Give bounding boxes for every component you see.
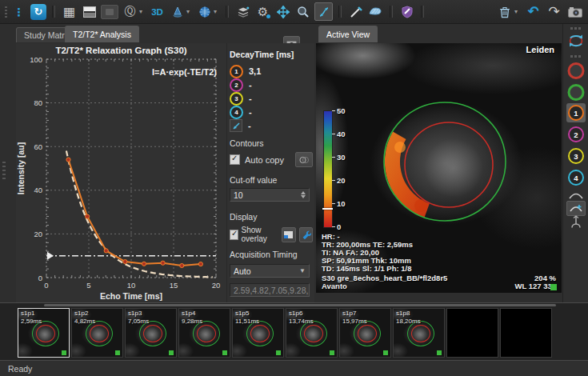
stretch-interact-icon[interactable] <box>314 2 333 21</box>
marker-3-button[interactable]: 3 <box>568 148 584 164</box>
sidebar-grip[interactable] <box>570 55 582 58</box>
thumbnail-empty[interactable] <box>446 308 498 358</box>
pointer-cone-icon[interactable] <box>169 3 186 20</box>
fit-curve <box>66 150 213 277</box>
undo-icon[interactable]: ↶ <box>525 3 542 20</box>
draw-contour-icon[interactable] <box>367 3 384 20</box>
redo-icon[interactable]: ↷ <box>546 3 562 20</box>
decay-row-slope[interactable]: - <box>230 119 251 132</box>
overlay-settings-button[interactable] <box>299 227 313 242</box>
marker-4-button[interactable]: 4 <box>568 170 584 186</box>
matrix-view-icon[interactable]: ▦ <box>61 3 78 20</box>
flip-view-icon[interactable] <box>567 33 585 50</box>
marker-2-button[interactable]: 2 <box>568 126 584 142</box>
thumbnail-s1p2[interactable]: s1p24,82ms <box>71 308 123 358</box>
thumb-echo-time: 15,97ms <box>342 318 367 325</box>
epicardial-contour-button[interactable] <box>568 84 585 101</box>
endocardial-contour-button[interactable] <box>568 62 585 79</box>
thumbnail-s1p7[interactable]: s1p715,97ms <box>339 308 391 358</box>
cutoff-spin-arrows[interactable] <box>301 191 306 198</box>
colorbar-tick <box>332 203 335 204</box>
thumb-status-indicator <box>115 350 120 355</box>
scan-info-block: HR: - TR: 200,00ms TE: 2,59ms TI: NA FA:… <box>322 233 413 273</box>
arc-tool-icon[interactable] <box>568 190 584 201</box>
data-point <box>123 260 127 264</box>
snapshot-icon[interactable] <box>566 3 583 20</box>
auto-copy-checkbox[interactable] <box>230 154 240 165</box>
relaxation-chart[interactable]: 05101520020406080100Echo Time [ms]Intens… <box>16 43 226 302</box>
thumb-status-indicator <box>169 350 174 355</box>
marker-3-icon: 3 <box>568 148 584 164</box>
rotate-globe-dropdown-caret[interactable]: ▾ <box>214 8 220 15</box>
toolbar-grip[interactable] <box>5 6 7 18</box>
apex-base-tool-icon[interactable] <box>570 215 582 230</box>
delete-icon[interactable] <box>496 3 513 20</box>
split-view-icon[interactable] <box>81 3 98 20</box>
thumb-label: s1p7 <box>342 310 356 317</box>
colorbar-label: 40 <box>337 130 346 138</box>
pan-icon[interactable] <box>274 3 291 20</box>
draw-line-icon[interactable] <box>347 3 364 20</box>
q-flow-dropdown-caret[interactable]: ▾ <box>139 8 146 15</box>
thumbnail-s1p1[interactable]: s1p12,59ms <box>18 308 70 358</box>
layers-icon[interactable] <box>234 3 251 20</box>
show-overlay-checkbox[interactable] <box>230 230 238 240</box>
series-info-block: S30 gre_8echos_heart_BB/*fl2d8r5 Avanto <box>322 274 447 290</box>
data-point <box>66 158 70 162</box>
decay-row-2[interactable]: 2 - <box>230 78 252 91</box>
tab-analysis[interactable]: T2/T2* Analysis <box>65 26 139 42</box>
linked-view-icon[interactable] <box>101 5 118 19</box>
marker-1-button[interactable]: 1 <box>566 103 586 122</box>
acquisition-mode-dropdown[interactable]: Auto ▼ <box>230 264 310 278</box>
q-flow-icon[interactable]: Ⓠ <box>122 3 138 20</box>
study-reload-icon[interactable]: ↻ <box>30 4 46 20</box>
colorbar-label: 20 <box>337 176 346 185</box>
svg-text:20: 20 <box>34 230 42 238</box>
thumb-status-indicator <box>62 350 66 355</box>
overlay-window-button[interactable] <box>282 227 295 242</box>
colorbar[interactable] <box>323 110 333 228</box>
thumb-label: s1p4 <box>182 310 195 317</box>
colorbar-label: 30 <box>337 153 346 162</box>
data-point <box>198 262 202 266</box>
thumbnail-s1p4[interactable]: s1p49,28ms <box>178 308 230 358</box>
svg-text:0: 0 <box>38 274 42 282</box>
decay-row-3[interactable]: 3 - <box>230 92 252 105</box>
overflow-menu-icon[interactable]: ⋮ <box>10 3 27 20</box>
sidebar-grip[interactable] <box>570 27 582 30</box>
echo-times-input[interactable]: 2.59,4.82,7.05,9.28,11.51,13 <box>230 283 310 297</box>
svg-text:80: 80 <box>34 98 42 107</box>
decay-row-1[interactable]: 1 3,1 <box>230 65 261 78</box>
magnify-icon[interactable] <box>294 3 311 20</box>
colorbar-marker[interactable] <box>322 208 333 210</box>
toolbar-separator <box>390 6 393 18</box>
contour-toolbar: 1 2 3 4 <box>562 24 588 302</box>
pointer-cone-dropdown-caret[interactable]: ▾ <box>186 8 193 15</box>
shield-correct-icon[interactable] <box>398 3 415 20</box>
settings-gear-icon[interactable]: ⚙ <box>254 3 271 20</box>
thumb-endocardial-contour <box>36 325 55 342</box>
3d-icon[interactable]: 3D <box>149 3 166 20</box>
cutoff-spinbox[interactable]: 10 <box>230 188 310 202</box>
thumbnail-s1p5[interactable]: s1p511,51ms <box>232 308 284 358</box>
tab-active-view[interactable]: Active View <box>318 26 378 42</box>
toolbar-separator <box>226 6 229 18</box>
delete-dropdown-caret[interactable]: ▾ <box>514 8 521 15</box>
panel-edge-grip[interactable] <box>2 162 6 179</box>
thumb-status-indicator <box>437 350 442 355</box>
decay-row-4[interactable]: 4 - <box>230 106 252 118</box>
thumbnail-empty[interactable] <box>500 308 552 358</box>
decay-value-1: 3,1 <box>249 66 261 76</box>
thumb-echo-time: 7,05ms <box>128 318 149 325</box>
thumbnail-strip: s1p12,59mss1p24,82mss1p37,05mss1p49,28ms… <box>0 302 588 361</box>
copy-contours-button[interactable] <box>295 152 313 167</box>
thumbnail-s1p3[interactable]: s1p37,05ms <box>125 308 177 358</box>
active-view-panel[interactable]: Leiden 50403020100 HR: - TR: 200,00ms TE… <box>316 43 562 293</box>
decay-value-3: - <box>249 94 252 103</box>
thumbnail-s1p8[interactable]: s1p818,20ms <box>393 308 445 358</box>
thumbnail-s1p6[interactable]: s1p613,74ms <box>286 308 338 358</box>
thumbnail-scrollbar[interactable] <box>44 304 556 306</box>
arc-add-tool-icon[interactable] <box>566 201 586 216</box>
toolbar-separator <box>52 6 55 18</box>
rotate-globe-icon[interactable] <box>196 3 213 20</box>
